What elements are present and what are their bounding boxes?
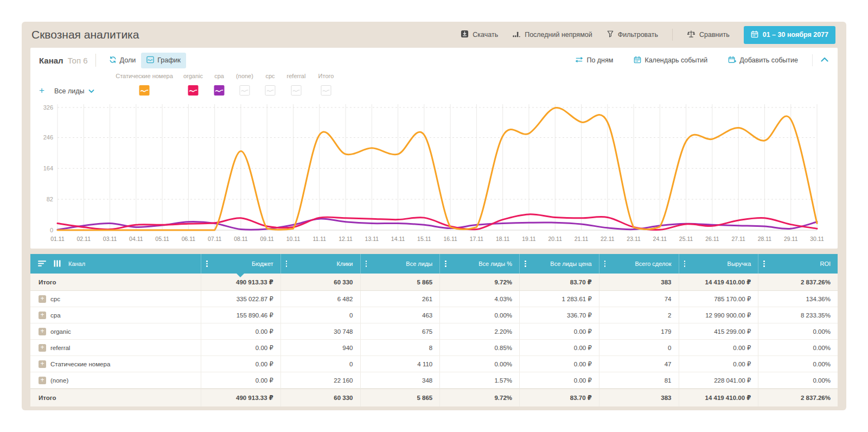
events-calendar-button[interactable]: Календарь событий bbox=[628, 53, 713, 68]
svg-text:04.11: 04.11 bbox=[129, 236, 143, 242]
value-cell: 83.70 ₽ bbox=[519, 389, 599, 406]
column-header-channel[interactable]: Канал bbox=[30, 254, 201, 274]
column-header[interactable]: Выручка bbox=[679, 254, 758, 274]
attribution-model-button[interactable]: Последний непрямой bbox=[512, 30, 592, 40]
svg-text:21.11: 21.11 bbox=[575, 236, 589, 242]
column-header[interactable]: ROI bbox=[758, 254, 838, 274]
dimension-label: Канал bbox=[39, 56, 63, 65]
value-cell: 6 482 bbox=[280, 291, 360, 307]
table-row: +(none)0.00 ₽22 1603481.57%0.00 ₽81228 0… bbox=[30, 372, 838, 389]
value-cell: 0.00 ₽ bbox=[201, 340, 280, 355]
svg-text:22.11: 22.11 bbox=[601, 236, 615, 242]
shares-view-button[interactable]: Доли bbox=[104, 53, 142, 68]
value-cell: 415 299.00 ₽ bbox=[679, 323, 758, 339]
expand-row-button[interactable]: + bbox=[39, 312, 46, 319]
expand-row-button[interactable]: + bbox=[39, 377, 46, 384]
filter-lines-icon[interactable] bbox=[38, 260, 46, 268]
value-cell: 0.00 ₽ bbox=[201, 372, 280, 388]
graph-view-button[interactable]: График bbox=[141, 53, 186, 68]
value-cell: 4.03% bbox=[439, 291, 519, 307]
columns-icon[interactable] bbox=[54, 260, 61, 268]
expand-row-button[interactable]: + bbox=[39, 360, 46, 368]
column-header[interactable]: Все лиды цена bbox=[519, 254, 599, 274]
column-menu-icon[interactable] bbox=[604, 261, 606, 267]
column-menu-icon[interactable] bbox=[286, 261, 288, 267]
column-header[interactable]: Бюджет bbox=[201, 254, 280, 274]
value-cell: 8 bbox=[360, 340, 440, 355]
value-cell: 0.00 ₽ bbox=[519, 356, 599, 372]
compare-button[interactable]: Сравнить bbox=[687, 30, 730, 40]
column-menu-icon[interactable] bbox=[445, 261, 446, 267]
column-header-label: ROI bbox=[820, 261, 831, 267]
analytics-panel: Сквозная аналитика Скачать Последний неп… bbox=[22, 22, 846, 410]
table-row: +referral0.00 ₽94080.85%0.00 ₽00.00 ₽0.0… bbox=[30, 340, 838, 356]
calendar-icon bbox=[751, 30, 758, 40]
series-toggle-swatch[interactable] bbox=[321, 85, 331, 96]
toolbar-divider bbox=[812, 54, 813, 66]
svg-text:13.11: 13.11 bbox=[365, 236, 379, 242]
date-range-button[interactable]: 01 – 30 ноября 2077 bbox=[744, 26, 835, 44]
svg-text:27.11: 27.11 bbox=[731, 236, 745, 242]
value-cell: 2 bbox=[599, 307, 679, 323]
series-toggle-swatch[interactable] bbox=[291, 85, 302, 96]
svg-text:08.11: 08.11 bbox=[234, 236, 248, 242]
expand-row-button[interactable]: + bbox=[39, 295, 46, 303]
column-header[interactable]: Всего сделок bbox=[599, 254, 679, 274]
column-menu-icon[interactable] bbox=[525, 261, 526, 267]
series-toggle-swatch[interactable] bbox=[240, 85, 250, 96]
column-header[interactable]: Все лиды bbox=[360, 254, 440, 274]
value-cell: 383 bbox=[599, 274, 679, 290]
legend-row: + Все лиды bbox=[30, 84, 838, 101]
value-cell: 0 bbox=[280, 307, 360, 323]
svg-text:25.11: 25.11 bbox=[679, 236, 693, 242]
series-toggle-swatch[interactable] bbox=[265, 85, 276, 96]
legend-column-label: cpa bbox=[214, 73, 224, 79]
value-cell: 22 160 bbox=[280, 372, 360, 388]
by-days-button[interactable]: По дням bbox=[570, 53, 618, 68]
value-cell: 0 bbox=[599, 340, 679, 355]
value-cell: 9.72% bbox=[439, 274, 519, 290]
column-menu-icon[interactable] bbox=[763, 261, 765, 267]
series-toggle-swatch[interactable] bbox=[188, 85, 199, 96]
value-cell: 335 022.87 ₽ bbox=[201, 291, 280, 307]
column-menu-icon[interactable] bbox=[366, 261, 367, 267]
value-cell: 74 bbox=[599, 291, 679, 307]
column-header-label: Канал bbox=[68, 261, 85, 267]
svg-text:09.11: 09.11 bbox=[260, 236, 274, 242]
table-row: +cpc335 022.87 ₽6 4822614.03%1 283.61 ₽7… bbox=[30, 291, 838, 307]
add-event-button[interactable]: Добавить событие bbox=[723, 53, 803, 68]
column-header-label: Все лиды % bbox=[478, 261, 512, 267]
download-icon bbox=[461, 30, 469, 40]
value-cell: 155 890.46 ₽ bbox=[201, 307, 280, 323]
metric-dropdown[interactable]: Все лиды bbox=[54, 87, 94, 95]
svg-text:246: 246 bbox=[43, 134, 53, 141]
value-cell: 0.00% bbox=[758, 323, 838, 339]
value-cell: 30 748 bbox=[280, 323, 360, 339]
column-header[interactable]: Все лиды % bbox=[439, 254, 519, 274]
value-cell: 14 419 410.00 ₽ bbox=[679, 274, 758, 290]
series-toggle-swatch[interactable] bbox=[139, 85, 150, 96]
value-cell: 490 913.33 ₽ bbox=[201, 389, 280, 406]
channel-cell: +organic bbox=[30, 323, 201, 339]
column-menu-icon[interactable] bbox=[206, 261, 208, 267]
legend-column-label: (none) bbox=[236, 73, 253, 79]
value-cell: 5 865 bbox=[360, 389, 440, 406]
bar-chart-icon bbox=[512, 30, 521, 40]
series-toggle-swatch[interactable] bbox=[214, 85, 225, 96]
expand-row-button[interactable]: + bbox=[39, 344, 46, 352]
collapse-chart-button[interactable] bbox=[820, 56, 829, 65]
svg-text:10.11: 10.11 bbox=[286, 236, 301, 242]
column-header-label: Все лиды bbox=[406, 261, 432, 267]
column-header-label: Всего сделок bbox=[635, 261, 671, 267]
svg-text:19.11: 19.11 bbox=[522, 236, 536, 242]
value-cell: 0.00% bbox=[439, 307, 519, 323]
column-header[interactable]: Клики bbox=[280, 254, 360, 274]
expand-row-button[interactable]: + bbox=[39, 328, 46, 335]
legend-column-label: Итого bbox=[318, 73, 334, 79]
download-button[interactable]: Скачать bbox=[461, 30, 498, 40]
filter-button[interactable]: Фильтровать bbox=[607, 30, 658, 40]
svg-text:0: 0 bbox=[50, 227, 53, 233]
add-metric-button[interactable]: + bbox=[39, 86, 44, 95]
column-menu-icon[interactable] bbox=[684, 261, 686, 267]
channel-cell: +cpc bbox=[30, 291, 201, 307]
